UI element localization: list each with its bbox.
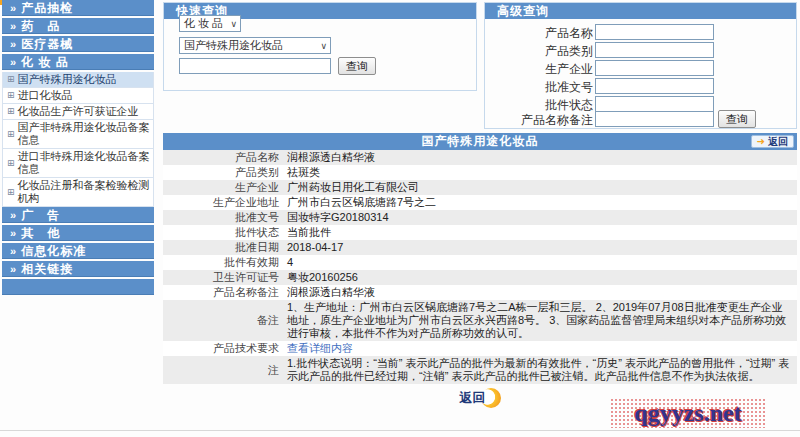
table-row: 产品名称备注润根源透白精华液 [163,285,797,300]
sidebar-item-cosmetics[interactable]: »化 妆 品 [2,54,154,70]
quick-keyword-input[interactable] [179,58,331,74]
table-row: 批准日期2018-04-17 [163,240,797,255]
manufacturer-input[interactable] [595,60,714,76]
sidebar-item-imported-nonspecial-filing[interactable]: ⊞进口非特殊用途化妆品备案信息 [2,149,154,178]
detail-title-bar: 国产特殊用途化妆品 ➜ 返回 [163,133,797,150]
table-row: 生产企业广州药妆日用化工有限公司 [163,180,797,195]
approval-status-input[interactable] [595,96,714,112]
field-label-product-name: 产品名称 [485,25,593,42]
detail-title: 国产特殊用途化妆品 [422,134,539,148]
sidebar-item-label: 医疗器械 [21,37,73,51]
table-row-tech-requirements: 产品技术要求查看详细内容 [163,341,797,356]
sidebar-item-label: 进口化妆品 [18,89,73,102]
watermark: qgyyzs.net [610,398,766,428]
back-arrow-icon: ➜ [757,136,765,147]
sidebar-item-label: 进口非特殊用途化妆品备案信息 [18,150,151,176]
expand-box-icon: ⊞ [7,105,15,118]
table-row: 产品名称润根源透白精华液 [163,150,797,165]
table-row: 批件状态当前批件 [163,225,797,240]
advanced-search-panel: 高级查询 产品名称 产品类别 生产企业 批准文号 批件状态 产品名称备注 查询 [484,2,797,129]
field-label-approval-number: 批准文号 [485,79,593,96]
sidebar-item-label: 药 品 [21,19,60,33]
sidebar-item-label: 国产非特殊用途化妆品备案信息 [18,121,151,147]
expand-box-icon: ⊞ [7,157,15,170]
type-select-value: 国产特殊用途化妆品 [184,39,283,51]
double-arrow-icon: » [10,263,17,275]
advanced-search-button[interactable]: 查询 [718,110,756,128]
double-arrow-icon: » [10,38,17,50]
sidebar-item-informatization-standards[interactable]: »信息化标准 [2,243,154,259]
table-row: 批件有效期4 [163,255,797,270]
sidebar-item-domestic-nonspecial-filing[interactable]: ⊞国产非特殊用途化妆品备案信息 [2,120,154,149]
sidebar-item-label: 广 告 [21,208,60,222]
sidebar-item-imported-cosmetics[interactable]: ⊞进口化妆品 [2,88,154,104]
chevron-down-icon: ∨ [230,17,237,32]
category-select-value: 化 妆 品 [184,17,223,29]
sidebar-item-inspection-institutions[interactable]: ⊞化妆品注册和备案检验检测机构 [2,178,154,207]
double-arrow-icon: » [10,2,17,14]
product-category-input[interactable] [595,42,714,58]
sidebar-item-drugs[interactable]: »药 品 [2,18,154,34]
expand-box-icon: ⊞ [7,186,15,199]
approval-number-input[interactable] [595,78,714,94]
table-row: 批准文号国妆特字G20180314 [163,210,797,225]
double-arrow-icon: » [10,227,17,239]
sidebar-item-label: 产品抽检 [21,1,73,15]
expand-box-icon: ⊞ [7,128,15,141]
double-arrow-icon: » [10,209,17,221]
back-button-top[interactable]: ➜ 返回 [751,135,794,148]
sidebar-item-label: 信息化标准 [21,244,86,258]
type-select[interactable]: 国产特殊用途化妆品 ∨ [179,37,331,54]
sidebar-item-empty [2,279,154,295]
table-row-note: 注1.批件状态说明：“当前” 表示此产品的批件为最新的有效批件，“历史” 表示此… [163,356,797,384]
field-label-manufacturer: 生产企业 [485,61,593,78]
view-details-link[interactable]: 查看详细内容 [287,342,353,354]
double-arrow-icon: » [10,20,17,32]
sidebar: »产品抽检 »药 品 »医疗器械 »化 妆 品 ⊞国产特殊用途化妆品 ⊞进口化妆… [2,0,154,297]
table-row: 生产企业地址广州市白云区锅底塘路7号之二 [163,195,797,210]
quick-search-button[interactable]: 查询 [338,57,376,75]
sidebar-item-advertising[interactable]: »广 告 [2,207,154,223]
table-row: 产品类别祛斑类 [163,165,797,180]
sidebar-item-medical-devices[interactable]: »医疗器械 [2,36,154,52]
sidebar-item-related-links[interactable]: »相关链接 [2,261,154,277]
sidebar-item-label: 国产特殊用途化妆品 [18,73,117,86]
chevron-down-icon: ∨ [320,39,327,54]
advanced-search-title: 高级查询 [485,3,796,19]
sidebar-item-product-sampling[interactable]: »产品抽检 [2,0,154,16]
sidebar-item-label: 化 妆 品 [21,55,69,69]
sidebar-item-label: 相关链接 [21,262,73,276]
expand-box-icon: ⊞ [7,73,15,86]
product-name-input[interactable] [595,24,714,40]
quick-search-panel: 快速查询 化 妆 品 ∨ 国产特殊用途化妆品 ∨ 查询 [163,2,477,91]
sidebar-item-label: 其 他 [21,226,60,240]
table-row-remarks: 备注1、生产地址：广州市白云区锅底塘路7号之二A栋一层和三层。 2、2019年0… [163,300,797,341]
table-row: 卫生许可证号粤妆20160256 [163,270,797,285]
sidebar-item-domestic-special-cosmetics[interactable]: ⊞国产特殊用途化妆品 [2,72,154,88]
sidebar-item-label: 化妆品生产许可获证企业 [18,105,139,118]
detail-panel: 国产特殊用途化妆品 ➜ 返回 产品名称润根源透白精华液 产品类别祛斑类 生产企业… [163,133,797,410]
page-bottom-divider [0,430,800,431]
field-label-product-category: 产品类别 [485,43,593,60]
sidebar-item-licensed-manufacturers[interactable]: ⊞化妆品生产许可获证企业 [2,104,154,120]
category-select[interactable]: 化 妆 品 ∨ [179,15,241,32]
expand-box-icon: ⊞ [7,89,15,102]
sidebar-item-others[interactable]: »其 他 [2,225,154,241]
product-name-note-input[interactable] [595,111,714,127]
double-arrow-icon: » [10,245,17,257]
detail-rows: 产品名称润根源透白精华液 产品类别祛斑类 生产企业广州药妆日用化工有限公司 生产… [163,150,797,384]
field-label-product-name-note: 产品名称备注 [485,112,593,129]
double-arrow-icon: » [10,56,17,68]
sidebar-item-label: 化妆品注册和备案检验检测机构 [18,179,151,205]
